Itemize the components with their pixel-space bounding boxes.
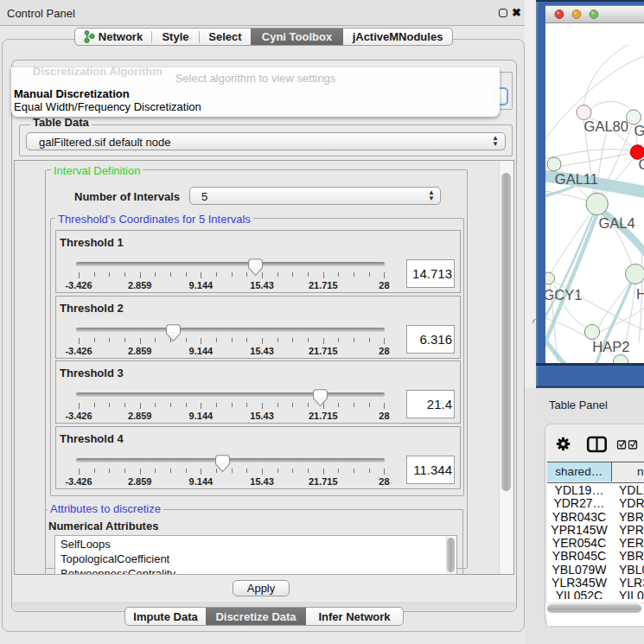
svg-text:G.: G.	[634, 123, 644, 138]
svg-text:GAL4: GAL4	[599, 215, 635, 231]
svg-text:GAL80: GAL80	[584, 118, 628, 134]
svg-text:GCY1: GCY1	[545, 287, 582, 303]
svg-text:C: C	[639, 156, 644, 172]
svg-text:GAL11: GAL11	[555, 171, 598, 187]
svg-text:H: H	[636, 286, 644, 302]
svg-text:HAP2: HAP2	[592, 339, 629, 354]
